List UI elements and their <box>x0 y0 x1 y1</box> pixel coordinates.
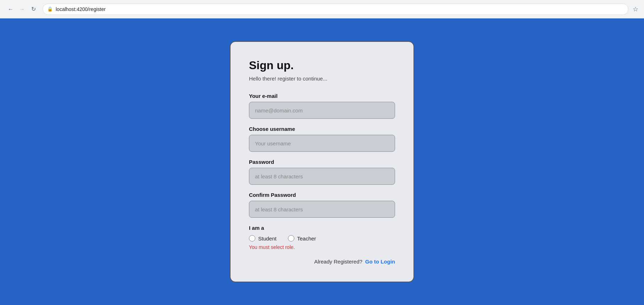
register-card: Sign up. Hello there! register to contin… <box>230 41 414 282</box>
back-button[interactable]: ← <box>6 4 16 14</box>
role-section: I am a Student Teacher You must select r… <box>249 225 395 250</box>
go-to-login-link[interactable]: Go to Login <box>365 259 395 265</box>
address-bar[interactable]: 🔒 localhost:4200/register <box>43 4 628 15</box>
role-label: I am a <box>249 225 395 231</box>
page-title: Sign up. <box>249 59 395 72</box>
username-input[interactable] <box>249 135 395 152</box>
username-label: Choose username <box>249 126 395 132</box>
browser-actions: ☆ <box>633 5 638 13</box>
teacher-label: Teacher <box>297 235 316 242</box>
role-options: Student Teacher <box>249 235 395 242</box>
password-group: Password <box>249 159 395 185</box>
email-label: Your e-mail <box>249 93 395 99</box>
email-group: Your e-mail <box>249 93 395 119</box>
reload-button[interactable]: ↻ <box>28 4 38 14</box>
teacher-radio[interactable] <box>288 235 294 242</box>
bookmark-icon[interactable]: ☆ <box>633 5 638 13</box>
password-label: Password <box>249 159 395 165</box>
confirm-password-label: Confirm Password <box>249 192 395 198</box>
email-input[interactable] <box>249 102 395 119</box>
browser-chrome: ← → ↻ 🔒 localhost:4200/register ☆ <box>0 0 644 18</box>
lock-icon: 🔒 <box>47 6 53 12</box>
student-label: Student <box>258 235 277 242</box>
already-registered-text: Already Registered? <box>314 259 362 265</box>
teacher-option[interactable]: Teacher <box>288 235 316 242</box>
url-text: localhost:4200/register <box>56 6 624 12</box>
footer-section: Already Registered? Go to Login <box>249 259 395 265</box>
role-error-message: You must select role. <box>249 244 395 250</box>
confirm-password-input[interactable] <box>249 201 395 218</box>
password-input[interactable] <box>249 168 395 185</box>
confirm-password-group: Confirm Password <box>249 192 395 218</box>
nav-buttons: ← → ↻ <box>6 4 38 14</box>
student-option[interactable]: Student <box>249 235 277 242</box>
page-subtitle: Hello there! register to continue... <box>249 76 395 82</box>
main-content: Sign up. Hello there! register to contin… <box>0 18 644 305</box>
student-radio[interactable] <box>249 235 255 242</box>
forward-button[interactable]: → <box>17 4 27 14</box>
username-group: Choose username <box>249 126 395 152</box>
